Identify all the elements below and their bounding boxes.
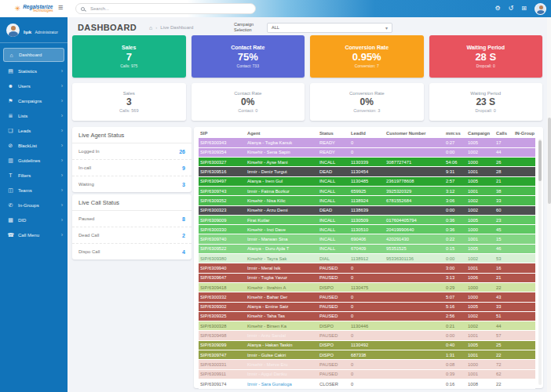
sidebar-item-did[interactable]: ▩ DID ›: [0, 212, 68, 227]
agent-link[interactable]: Kirsehir - Sena Sapin: [246, 147, 318, 157]
cell-status: INCALL: [318, 244, 349, 253]
status-value: 2: [182, 233, 185, 238]
agent-link[interactable]: Izmir - Tugba Yavuz: [246, 273, 318, 282]
agent-link[interactable]: Kirsehir - Ayse Mani: [246, 158, 318, 167]
cell-lead-id: 659925: [349, 186, 385, 195]
apps-grid-icon[interactable]: ⊞: [521, 5, 527, 12]
card-title: Contact Rate: [234, 91, 261, 96]
sidebar-item-lists[interactable]: ≣ Lists ›: [0, 108, 68, 123]
cell-sip: SIP/6300328: [199, 321, 246, 331]
table-row[interactable]: SIP/6300323Kirsehir - Arzu DemiDEAD11386…: [199, 205, 535, 215]
sidebar-item-leads[interactable]: ❏ Leads ›: [0, 123, 68, 138]
table-scrollbar-thumb[interactable]: [538, 140, 542, 181]
sidebar-item-filters[interactable]: T Filters ›: [0, 168, 68, 183]
agent-link[interactable]: Kirsehir - Merve Eru: [246, 360, 318, 369]
table-row[interactable]: SIP/6300328Kirsehir - Birsen KaDISPO1130…: [199, 321, 535, 331]
agent-link[interactable]: Izmir - Fatma Bozkur: [246, 186, 318, 195]
sidebar-item-label: Guidelines: [18, 158, 40, 163]
cell-status: CLOSER: [318, 379, 349, 388]
user-profile[interactable]: Işık Administrator: [0, 17, 68, 43]
table-row[interactable]: SIP/6300331Kirsehir - Merve EruPAUSED00:…: [199, 360, 535, 369]
cell-calls: 38: [494, 186, 513, 195]
table-row[interactable]: SIP/6300332Kirsehir - Bahar DerPAUSED05:…: [199, 292, 535, 302]
agent-link[interactable]: Izmir - Aygul Dartku: [246, 369, 318, 379]
settings-icon[interactable]: ⚙: [494, 5, 500, 12]
card-title: Sales: [123, 91, 135, 96]
agent-link[interactable]: Alanya - Duru Ajda T: [246, 244, 318, 253]
agent-link[interactable]: Izmir - Gulse Cakiri: [246, 350, 318, 360]
table-row[interactable]: SIP/6309099Alanya - Hakan TaskinDISPO113…: [199, 340, 535, 350]
campaign-select[interactable]: ALL ▾: [267, 23, 392, 33]
sidebar-item-campaigns[interactable]: ⚑ Campaigns ›: [0, 93, 68, 108]
sidebar-toggle-icon[interactable]: ≡: [58, 2, 63, 12]
agent-link[interactable]: Kirsehir - Arzu Demi: [246, 205, 318, 215]
agent-link[interactable]: Izmir - Deniz Turgut: [246, 167, 318, 176]
table-row[interactable]: SIP/6300327Kirsehir - Ayse ManiINCALL113…: [199, 158, 535, 167]
cell-sip: SIP/6309522: [199, 244, 246, 253]
panel-title: Live Call Status: [72, 194, 192, 211]
agent-link[interactable]: Izmir - Meral Isik: [246, 263, 318, 273]
cell-sip: SIP/6300330: [199, 225, 246, 234]
table-row[interactable]: SIP/6309498Izmir - Arzu SandalPAUSED00:0…: [199, 331, 535, 340]
cell-sip: SIP/6309099: [199, 340, 246, 350]
table-row[interactable]: SIP/6309647Izmir - Tugba YavuzPAUSED03:1…: [199, 273, 535, 282]
cell-timer: 5:16: [444, 302, 466, 311]
agent-link[interactable]: Kirsehir - Taha Tas: [246, 311, 318, 321]
call-menu-icon: ☎: [7, 232, 14, 238]
cell-lead-id: 690406: [349, 234, 385, 244]
home-icon[interactable]: ⌂: [149, 25, 152, 31]
agent-link[interactable]: Alanya - Emine Satz: [246, 302, 318, 311]
agent-link[interactable]: Kirsehir - Birsen Ka: [246, 321, 318, 331]
table-row[interactable]: SIP/6309009Firat KutlarINCALL11305090176…: [199, 215, 535, 224]
agent-link[interactable]: Alanya - Hakan Taskin: [246, 340, 318, 350]
sidebar-item-users[interactable]: ☻ Users ›: [0, 78, 68, 93]
agent-link[interactable]: Kirsehir - Nisa Kilic: [246, 196, 318, 205]
table-row[interactable]: SIP/6309747Izmir - Gulse CakiriDISPO6873…: [199, 350, 535, 360]
sidebar-item-call-menu[interactable]: ☎ Call Menu ›: [0, 227, 68, 242]
table-row[interactable]: SIP/6309325Kirsehir - Taha TasPAUSED02:5…: [199, 311, 535, 321]
page-scrollbar-thumb[interactable]: [548, 118, 551, 204]
table-row[interactable]: SIP/6309418Kirsehir - Ibrahim ADISPO1130…: [199, 282, 535, 292]
cell-timer: 0:29: [444, 282, 466, 292]
cell-lead-id: 1138639: [349, 205, 385, 215]
table-row[interactable]: SIP/6300343Alanya - Tugba KanukREADY00:2…: [199, 138, 535, 147]
chevron-icon: ›: [61, 217, 63, 223]
breadcrumb-current[interactable]: Live Dashboard: [160, 25, 193, 30]
sidebar-item-teams[interactable]: ◫ Teams ›: [0, 183, 68, 198]
table-row[interactable]: SIP/6309522Alanya - Duru Ajda TINCALL670…: [199, 244, 535, 253]
table-row[interactable]: SIP/6309352Kirsehir - Nisa KilicINCALL11…: [199, 196, 535, 205]
agent-link[interactable]: Izmir - Sara Gunaloga: [246, 379, 318, 388]
agent-link[interactable]: Alanya - Tugba Kanuk: [246, 138, 318, 147]
table-row[interactable]: SIP/6309516Izmir - Deniz TurgutDEAD11304…: [199, 167, 535, 176]
table-row[interactable]: SIP/6309743Izmir - Fatma BozkurINCALL659…: [199, 186, 535, 195]
table-row[interactable]: SIP/6309174Izmir - Sara GunalogaCLOSER00…: [199, 379, 535, 388]
sidebar-item-label: BlackList: [18, 143, 37, 148]
agent-link[interactable]: Kirsehir - Ibrahim A: [246, 282, 318, 292]
sidebar-item-dashboard[interactable]: ⌂ Dashboard ›: [3, 48, 64, 62]
agent-link[interactable]: Alanya - Irem Gul: [246, 176, 318, 186]
table-row[interactable]: SIP/6309354Kirsehir - Sena SapinREADY00:…: [199, 147, 535, 157]
cell-sip: SIP/6309009: [199, 215, 246, 224]
table-row[interactable]: SIP/6300330Kirsehir - Inci DaveINCALL113…: [199, 225, 535, 234]
table-row[interactable]: SIP/6309497Alanya - Irem GulINCALL113048…: [199, 176, 535, 186]
sidebar-item-guidelines[interactable]: ▥ Guidelines ›: [0, 153, 68, 168]
user-avatar[interactable]: [535, 3, 546, 15]
agent-link[interactable]: Izmir - Marwan Sina: [246, 234, 318, 244]
table-row[interactable]: SIP/6309302Alanya - Emine SatzPAUSED05:1…: [199, 302, 535, 311]
cell-in-group: [513, 360, 535, 369]
table-row[interactable]: SIP/6309911Izmir - Aygul DartkuPAUSED00:…: [199, 369, 535, 379]
cell-sip: SIP/6300323: [199, 205, 246, 215]
agent-link[interactable]: Kirsehir - Bahar Der: [246, 292, 318, 302]
sidebar-item-blacklist[interactable]: ⊘ BlackList ›: [0, 138, 68, 153]
agent-link[interactable]: Firat Kutlar: [246, 215, 318, 224]
sidebar-item-in-groups[interactable]: ✆ In-Groups ›: [0, 198, 68, 212]
agent-link[interactable]: Izmir - Arzu Sandal: [246, 331, 318, 340]
table-row[interactable]: SIP/6309940Izmir - Meral IsikPAUSED03:00…: [199, 263, 535, 273]
sidebar-item-statistics[interactable]: ▤ Statistics ›: [0, 64, 68, 78]
search-input[interactable]: [89, 5, 250, 12]
agent-link[interactable]: Kirsehir - Inci Dave: [246, 225, 318, 234]
history-icon[interactable]: ↺: [509, 5, 514, 12]
table-row[interactable]: SIP/6309380Kirsehir - Tayra SakDIAL11389…: [199, 254, 535, 263]
table-row[interactable]: SIP/6309740Izmir - Marwan SinaINCALL6904…: [199, 234, 535, 244]
agent-link[interactable]: Kirsehir - Tayra Sak: [246, 254, 318, 263]
